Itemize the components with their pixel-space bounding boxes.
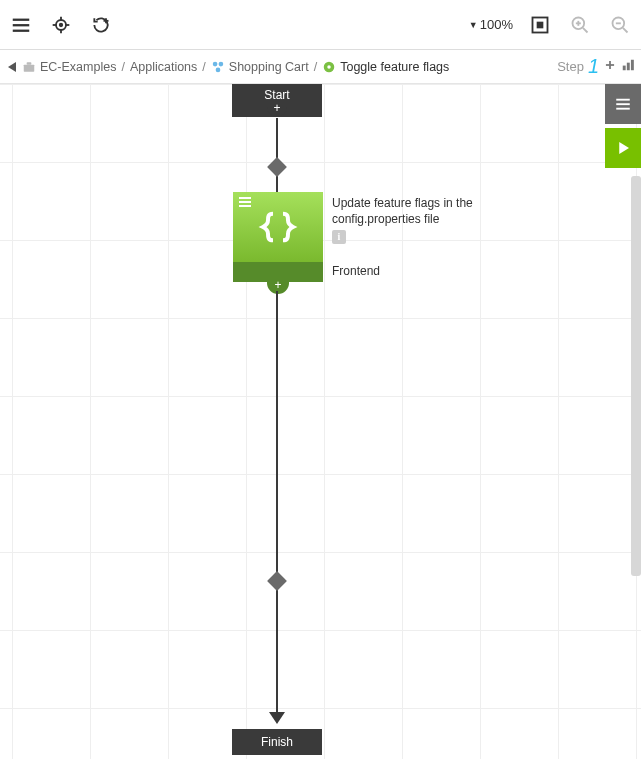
svg-rect-34 <box>616 103 630 105</box>
run-button[interactable] <box>605 128 641 168</box>
top-toolbar: ▼ 100% <box>0 0 641 50</box>
scrollbar[interactable] <box>631 176 641 576</box>
breadcrumb: EC-Examples / Applications / Shopping Ca… <box>6 60 449 74</box>
process-main[interactable] <box>233 192 323 262</box>
step-indicator: Step 1 <box>557 55 635 78</box>
braces-icon <box>258 207 298 247</box>
process-node[interactable]: + <box>233 192 323 282</box>
connector <box>276 118 278 193</box>
add-below-handle[interactable]: + <box>267 103 287 117</box>
svg-line-18 <box>623 27 628 32</box>
svg-rect-21 <box>24 64 35 71</box>
svg-rect-32 <box>631 60 634 71</box>
side-menu-button[interactable] <box>605 84 641 124</box>
finish-node[interactable]: Finish <box>232 729 322 755</box>
side-panels <box>605 84 641 168</box>
canvas[interactable]: Start + + Update feature flags in the co… <box>0 84 641 759</box>
refresh-add-icon[interactable] <box>88 12 114 38</box>
grid-background <box>0 84 641 759</box>
step-label: Step <box>557 59 584 74</box>
info-icon[interactable]: i <box>332 230 346 244</box>
briefcase-icon <box>22 60 36 74</box>
finish-label: Finish <box>232 735 322 749</box>
svg-rect-12 <box>537 21 544 28</box>
zoom-in-icon[interactable] <box>567 12 593 38</box>
svg-marker-20 <box>8 62 16 72</box>
chart-icon[interactable] <box>621 58 635 75</box>
svg-marker-36 <box>619 142 629 154</box>
arrowhead-icon <box>269 712 285 724</box>
svg-point-24 <box>218 61 223 66</box>
svg-rect-2 <box>13 29 30 31</box>
process-footer[interactable]: + <box>233 262 323 282</box>
toolbar-left <box>8 12 114 38</box>
breadcrumb-applications[interactable]: Applications <box>130 60 197 74</box>
caret-down-icon: ▼ <box>469 20 478 30</box>
step-number: 1 <box>588 55 599 78</box>
svg-rect-30 <box>623 66 626 71</box>
svg-line-14 <box>583 27 588 32</box>
target-icon[interactable] <box>48 12 74 38</box>
breadcrumb-sep: / <box>202 60 205 74</box>
process-component: Frontend <box>332 264 380 278</box>
svg-rect-22 <box>27 62 32 64</box>
breadcrumb-project[interactable]: EC-Examples <box>40 60 116 74</box>
breadcrumb-sep: / <box>121 60 124 74</box>
process-title: Update feature flags in the config.prope… <box>332 196 512 227</box>
fit-screen-icon[interactable] <box>527 12 553 38</box>
svg-point-25 <box>215 67 220 72</box>
app-icon <box>211 60 225 74</box>
back-icon[interactable] <box>6 60 18 74</box>
breadcrumb-bar: EC-Examples / Applications / Shopping Ca… <box>0 50 641 84</box>
zoom-value: 100% <box>480 17 513 32</box>
zoom-out-icon[interactable] <box>607 12 633 38</box>
svg-rect-31 <box>627 63 630 71</box>
svg-point-23 <box>213 61 218 66</box>
svg-rect-33 <box>616 99 630 101</box>
svg-rect-35 <box>616 108 630 110</box>
start-node[interactable]: Start + <box>232 84 322 117</box>
svg-rect-1 <box>13 24 30 26</box>
svg-rect-0 <box>13 18 30 20</box>
menu-icon[interactable] <box>8 12 34 38</box>
start-label: Start <box>232 88 322 102</box>
zoom-dropdown[interactable]: ▼ 100% <box>469 17 513 32</box>
process-icon <box>322 60 336 74</box>
breadcrumb-current: Toggle feature flags <box>340 60 449 74</box>
svg-point-27 <box>327 65 331 69</box>
breadcrumb-app[interactable]: Shopping Cart <box>229 60 309 74</box>
toolbar-right: ▼ 100% <box>469 12 633 38</box>
connector <box>276 291 278 716</box>
add-step-icon[interactable] <box>603 58 617 75</box>
process-menu-icon[interactable] <box>239 197 253 209</box>
breadcrumb-sep: / <box>314 60 317 74</box>
svg-point-8 <box>60 23 63 26</box>
